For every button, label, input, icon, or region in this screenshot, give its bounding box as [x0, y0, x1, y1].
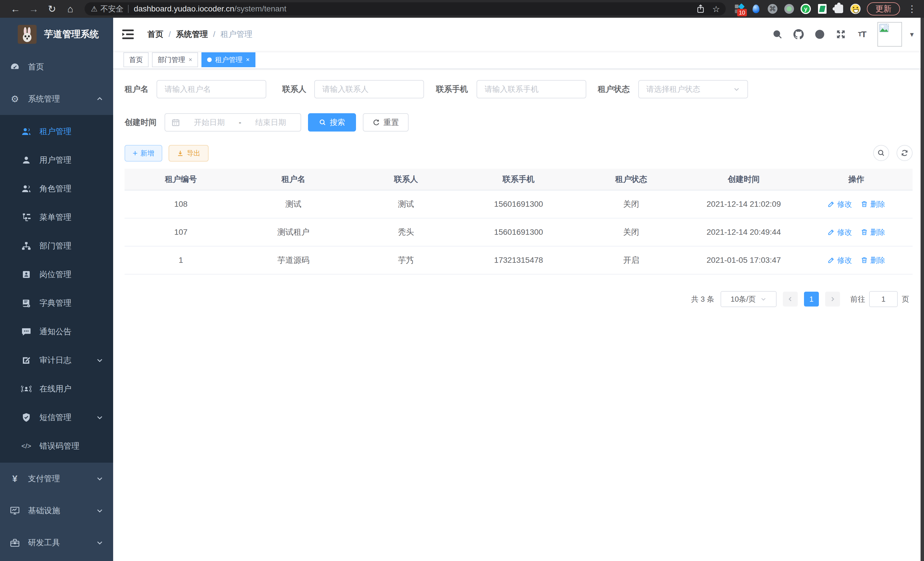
page-url[interactable]: dashboard.yudao.iocoder.cn/system/tenant — [134, 4, 689, 14]
help-icon[interactable] — [814, 29, 825, 40]
cell-phone: 15601691300 — [462, 190, 575, 218]
security-label[interactable]: 不安全 — [100, 4, 123, 14]
avatar[interactable] — [878, 22, 902, 47]
tenant-name-input[interactable] — [165, 85, 258, 94]
reset-button[interactable]: 重置 — [363, 113, 409, 132]
tab-tenant[interactable]: 租户管理 × — [201, 52, 255, 67]
next-page-button[interactable] — [825, 292, 840, 307]
browser-reload-icon[interactable]: ↻ — [44, 2, 60, 16]
edit-link[interactable]: 修改 — [827, 227, 852, 237]
page-size-select[interactable]: 10条/页 — [721, 291, 777, 307]
dictionary-icon — [21, 298, 32, 308]
contact-input[interactable] — [322, 85, 416, 94]
extension-balloon-icon[interactable] — [751, 4, 761, 14]
bookmark-star-icon[interactable]: ☆ — [712, 4, 720, 14]
sidebar-item-dev-tools[interactable]: 研发工具 — [0, 527, 113, 559]
user-menu-caret-icon[interactable]: ▾ — [910, 30, 914, 39]
extension-command-icon[interactable]: ⌘ — [767, 4, 778, 14]
breadcrumb-system[interactable]: 系统管理 — [176, 29, 208, 40]
browser-forward-icon[interactable]: → — [26, 2, 42, 16]
tab-dept[interactable]: 部门管理 × — [152, 52, 198, 67]
phone-input[interactable] — [484, 85, 578, 94]
cell-status: 关闭 — [575, 218, 687, 246]
extensions-puzzle-icon[interactable] — [834, 4, 844, 14]
goto-page-input[interactable] — [869, 291, 898, 307]
header-search-icon[interactable] — [772, 29, 783, 40]
sidebar-item-notice[interactable]: 通知公告 — [0, 317, 113, 346]
chevron-down-icon — [96, 414, 104, 421]
search-button[interactable]: 搜索 — [308, 113, 356, 132]
tab-label: 部门管理 — [158, 55, 185, 64]
sidebar-item-dict[interactable]: 字典管理 — [0, 289, 113, 317]
font-size-icon[interactable]: TT — [856, 29, 868, 40]
filter-row-2: 创建时间 开始日期 - 结束日期 搜索 重置 — [124, 113, 913, 132]
sidebar-item-error-code[interactable]: </> 错误码管理 — [0, 432, 113, 460]
table-row: 107 测试租户 秃头 15601691300 关闭 2021-12-14 20… — [124, 218, 913, 247]
page-number-1[interactable]: 1 — [804, 292, 819, 307]
delete-link[interactable]: 删除 — [861, 227, 885, 237]
logo-row[interactable]: 芋道管理系统 — [0, 18, 113, 51]
add-button[interactable]: + 新增 — [124, 145, 162, 162]
sidebar-item-sms[interactable]: 短信管理 — [0, 403, 113, 432]
browser-update-button[interactable]: 更新 — [867, 2, 900, 15]
breadcrumb-home[interactable]: 首页 — [147, 29, 164, 40]
profile-emoji-icon[interactable] — [850, 4, 861, 14]
sidebar-toggle-icon[interactable] — [122, 29, 134, 39]
tab-close-icon[interactable]: × — [246, 56, 250, 63]
tab-home[interactable]: 首页 — [123, 52, 148, 67]
fullscreen-icon[interactable] — [835, 29, 847, 40]
status-select-placeholder: 请选择租户状态 — [646, 84, 700, 94]
edit-link[interactable]: 修改 — [827, 199, 852, 209]
url-bar[interactable]: ⚠ 不安全 dashboard.yudao.iocoder.cn/system/… — [85, 2, 726, 15]
table-row: 1 芋道源码 芋艿 17321315478 开启 2021-01-05 17:0… — [124, 247, 913, 274]
phone-input-wrap — [477, 80, 586, 98]
tags-bar: 首页 部门管理 × 租户管理 × — [113, 51, 924, 69]
delete-link[interactable]: 删除 — [861, 255, 885, 265]
sidebar-item-label: 岗位管理 — [39, 269, 104, 280]
sidebar-item-online-users[interactable]: 在线用户 — [0, 375, 113, 403]
sidebar-item-label: 在线用户 — [39, 384, 104, 394]
dashboard-icon — [10, 62, 20, 72]
table-header-row: 租户编号 租户名 联系人 联系手机 租户状态 创建时间 操作 — [124, 169, 913, 190]
sidebar-item-infra[interactable]: 基础设施 — [0, 495, 113, 527]
cell-tenant-id: 107 — [124, 218, 237, 246]
browser-menu-icon[interactable]: ⋮ — [905, 3, 919, 14]
sidebar-item-tenant[interactable]: 租户管理 — [0, 117, 113, 146]
delete-link[interactable]: 删除 — [861, 199, 885, 209]
sidebar-item-audit-log[interactable]: 审计日志 — [0, 346, 113, 375]
sidebar-item-label: 错误码管理 — [39, 441, 104, 451]
cell-phone: 17321315478 — [462, 247, 575, 274]
column-header: 租户状态 — [575, 169, 687, 190]
toggle-search-button[interactable] — [873, 145, 889, 161]
edit-link[interactable]: 修改 — [827, 255, 852, 265]
export-button[interactable]: 导出 — [169, 145, 208, 162]
extension-y-icon[interactable]: y — [801, 4, 811, 14]
tab-close-icon[interactable]: × — [189, 56, 192, 63]
tenant-table: 租户编号 租户名 联系人 联系手机 租户状态 创建时间 操作 108 测试 测试… — [124, 169, 913, 274]
sidebar-item-role[interactable]: 角色管理 — [0, 174, 113, 203]
sidebar-item-menu[interactable]: 菜单管理 — [0, 203, 113, 232]
extension-doc-icon[interactable] — [817, 4, 827, 14]
sidebar-item-payment[interactable]: ¥ 支付管理 — [0, 463, 113, 495]
status-select[interactable]: 请选择租户状态 — [638, 80, 748, 98]
extension-tabs-icon[interactable]: 10 — [734, 4, 745, 14]
goto-page: 前往 页 — [850, 291, 909, 307]
sidebar-item-post[interactable]: 岗位管理 — [0, 260, 113, 289]
online-users-icon — [21, 384, 32, 394]
extension-dot-icon[interactable] — [784, 4, 794, 14]
browser-home-icon[interactable]: ⌂ — [62, 2, 78, 16]
chevron-right-icon — [830, 296, 836, 302]
delete-label: 删除 — [870, 227, 885, 237]
cell-actions: 修改 删除 — [800, 218, 913, 246]
browser-back-icon[interactable]: ← — [8, 2, 23, 16]
sidebar-item-system[interactable]: ⚙ 系统管理 — [0, 83, 113, 115]
sidebar-item-home[interactable]: 首页 — [0, 51, 113, 83]
create-time-range-picker[interactable]: 开始日期 - 结束日期 — [165, 113, 301, 132]
share-icon[interactable] — [696, 4, 705, 14]
sidebar-item-user[interactable]: 用户管理 — [0, 146, 113, 174]
github-icon[interactable] — [793, 29, 804, 40]
sidebar-item-dept[interactable]: 部门管理 — [0, 232, 113, 260]
prev-page-button[interactable] — [783, 292, 798, 307]
refresh-table-button[interactable] — [897, 145, 913, 161]
org-chart-icon — [21, 241, 32, 251]
